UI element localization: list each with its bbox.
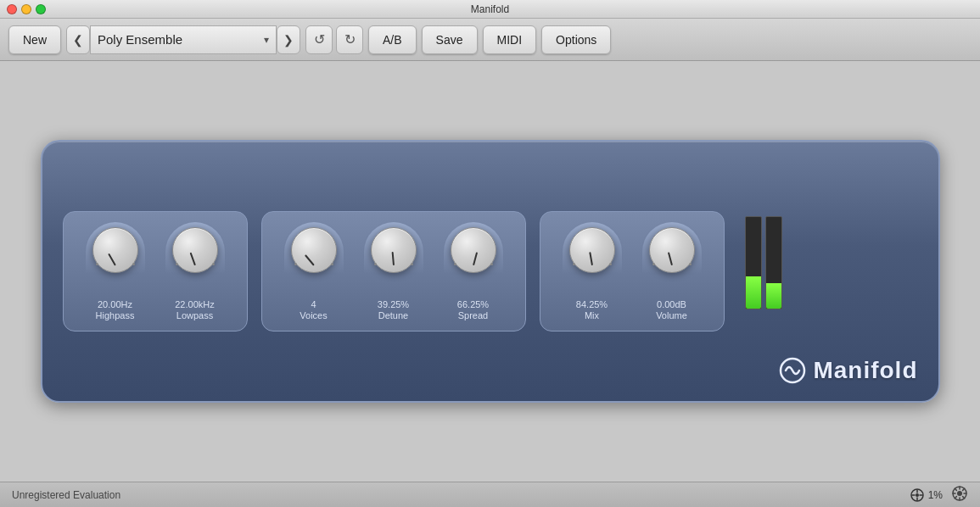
vu-left-fill: [746, 276, 761, 309]
ab-button[interactable]: A/B: [368, 25, 417, 54]
mix-knob-container: 84.25% Mix: [554, 222, 630, 320]
mix-knob-body[interactable]: [569, 227, 615, 273]
mix-label: Mix: [585, 310, 599, 320]
mix-labels: 84.25% Mix: [576, 298, 608, 320]
minimize-button[interactable]: [21, 4, 31, 14]
lowpass-knob-container: 22.00kHz Lowpass: [157, 222, 233, 320]
spread-knob-body[interactable]: [451, 227, 496, 273]
vu-left-channel: [745, 216, 762, 309]
logo-text: Manifold: [813, 357, 917, 384]
voices-labels: 4 Voices: [300, 298, 327, 320]
highpass-knob-indicator: [108, 253, 116, 265]
lowpass-knob[interactable]: [165, 222, 225, 290]
voices-knob-arch: [284, 222, 344, 273]
volume-labels: 0.00dB Volume: [656, 298, 687, 320]
preset-navigation: ❮ Poly Ensemble ▾ ❯: [66, 25, 300, 54]
svg-point-4: [957, 491, 962, 496]
lowpass-knob-body[interactable]: [172, 227, 218, 273]
redo-button[interactable]: ↻: [336, 25, 363, 54]
window-controls[interactable]: [7, 4, 46, 14]
preset-selector[interactable]: Poly Ensemble ▾: [90, 25, 277, 54]
mix-knob-arch: [563, 222, 622, 273]
detune-knob-body[interactable]: [371, 227, 417, 273]
detune-knob-dot-right: [411, 263, 413, 265]
highpass-knob-dot-left: [96, 263, 98, 265]
spread-knob-indicator: [473, 252, 478, 265]
lowpass-value: 22.00kHz: [175, 298, 214, 310]
mix-knob[interactable]: [563, 222, 622, 290]
mix-section: 84.25% Mix 0.00dB V: [540, 211, 725, 332]
undo-redo-controls: ↺ ↻: [305, 25, 363, 54]
detune-knob[interactable]: [364, 222, 423, 290]
spread-value: 66.25%: [457, 298, 489, 310]
close-button[interactable]: [7, 4, 17, 14]
new-button[interactable]: New: [8, 25, 61, 54]
detune-labels: 39.25% Detune: [378, 298, 409, 320]
undo-button[interactable]: ↺: [305, 25, 333, 54]
plugin-panel: 20.00Hz Highpass 22.00kHz: [41, 140, 940, 403]
manifold-logo-icon: [779, 357, 806, 384]
filter-section: 20.00Hz Highpass 22.00kHz: [63, 211, 248, 332]
voices-knob[interactable]: [284, 222, 344, 290]
spread-knob-dot-right: [490, 263, 493, 265]
vu-right-channel: [765, 216, 782, 309]
highpass-label: Highpass: [96, 310, 135, 320]
dropdown-arrow-icon: ▾: [264, 34, 269, 46]
cpu-indicator: 1%: [910, 488, 943, 503]
spread-knob-container: 66.25% Spread: [435, 222, 512, 320]
volume-value: 0.00dB: [657, 298, 686, 310]
voices-knob-container: 4 Voices: [276, 222, 352, 320]
detune-knob-container: 39.25% Detune: [356, 222, 432, 320]
cpu-icon: [910, 488, 925, 503]
maximize-button[interactable]: [36, 4, 46, 14]
volume-knob-indicator: [667, 252, 672, 265]
volume-knob[interactable]: [642, 222, 702, 290]
prev-preset-button[interactable]: ❮: [66, 25, 90, 54]
detune-label: Detune: [378, 310, 408, 320]
highpass-knob-body[interactable]: [92, 227, 138, 273]
next-arrow-icon: ❯: [283, 33, 294, 47]
spread-labels: 66.25% Spread: [457, 298, 489, 320]
logo-area: Manifold: [779, 357, 917, 384]
main-content: 20.00Hz Highpass 22.00kHz: [0, 61, 980, 482]
midi-button[interactable]: MIDI: [483, 25, 537, 54]
spread-knob-dot-left: [454, 263, 456, 265]
detune-value: 39.25%: [378, 298, 409, 310]
highpass-knob-container: 20.00Hz Highpass: [77, 222, 154, 320]
volume-knob-body[interactable]: [649, 227, 695, 273]
highpass-knob[interactable]: [86, 222, 145, 290]
preset-name: Poly Ensemble: [98, 32, 257, 47]
options-button[interactable]: Options: [541, 25, 611, 54]
lowpass-knob-arch: [165, 222, 225, 273]
status-text: Unregistered Evaluation: [12, 489, 120, 501]
lowpass-knob-dot-right: [212, 263, 215, 265]
mix-value: 84.25%: [576, 298, 608, 310]
spread-knob-arch: [444, 222, 503, 273]
volume-knob-container: 0.00dB Volume: [634, 222, 710, 320]
vu-meter: [738, 208, 789, 309]
lowpass-knob-dot-left: [176, 263, 178, 265]
volume-knob-dot-left: [652, 263, 655, 265]
voices-label: Voices: [300, 310, 327, 320]
undo-icon: ↺: [314, 31, 325, 47]
toolbar: New ❮ Poly Ensemble ▾ ❯ ↺ ↻ A/B Save MID…: [0, 19, 980, 61]
highpass-labels: 20.00Hz Highpass: [96, 298, 135, 320]
status-bar: Unregistered Evaluation 1%: [0, 482, 980, 507]
detune-knob-arch: [364, 222, 423, 273]
settings-icon[interactable]: [951, 485, 968, 505]
spread-knob[interactable]: [444, 222, 503, 290]
prev-arrow-icon: ❮: [73, 33, 83, 47]
mix-knob-indicator: [589, 252, 593, 265]
mix-knob-dot-right: [609, 263, 612, 265]
volume-knob-dot-right: [689, 263, 692, 265]
title-bar: Manifold: [0, 0, 980, 19]
save-button[interactable]: Save: [422, 25, 478, 54]
detune-knob-indicator: [391, 252, 394, 265]
next-preset-button[interactable]: ❯: [277, 25, 300, 54]
volume-label: Volume: [656, 310, 687, 320]
voices-section: 4 Voices 39.25% Det: [261, 211, 526, 332]
svg-point-2: [916, 493, 919, 497]
highpass-knob-arch: [86, 222, 145, 273]
lowpass-knob-indicator: [189, 252, 195, 265]
voices-knob-body[interactable]: [291, 227, 337, 273]
